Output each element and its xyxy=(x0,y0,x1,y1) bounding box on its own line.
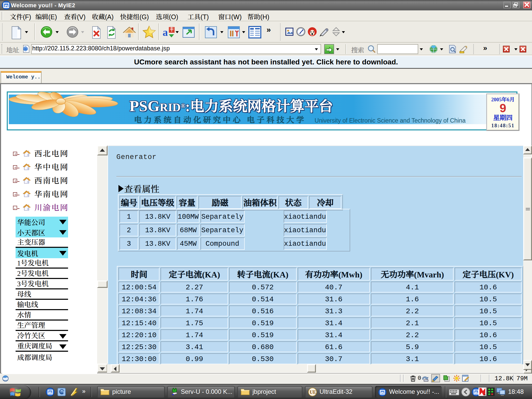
svg-text:a: a xyxy=(163,26,168,38)
svg-text:UE: UE xyxy=(310,390,316,395)
